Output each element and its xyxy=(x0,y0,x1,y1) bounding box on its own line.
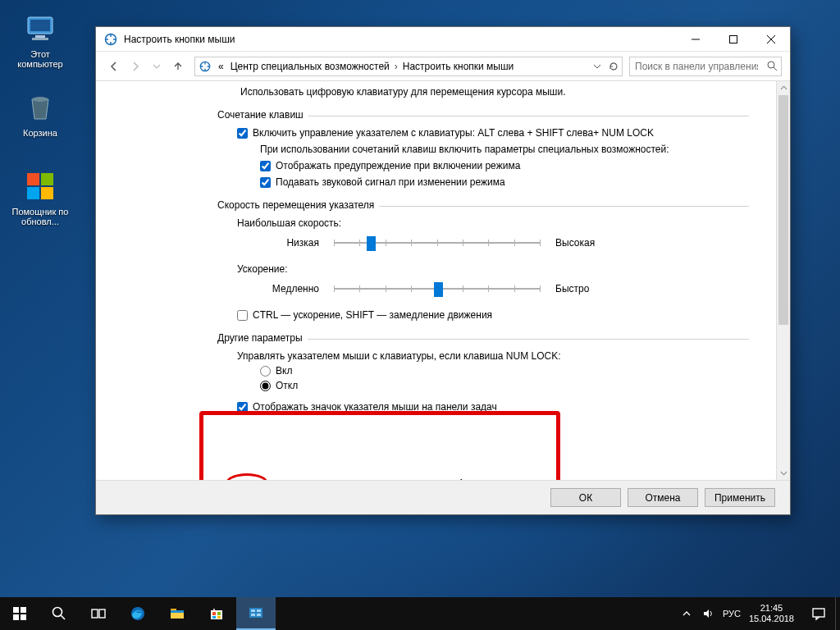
max-speed-label: Наибольшая скорость: xyxy=(237,217,774,229)
forward-button[interactable] xyxy=(126,57,145,76)
action-center-button[interactable] xyxy=(802,597,835,630)
radio-input[interactable] xyxy=(260,381,271,391)
checkbox-label: Подавать звуковой сигнал при изменении р… xyxy=(276,176,505,188)
slider-thumb[interactable] xyxy=(367,236,376,251)
search-input[interactable] xyxy=(630,61,763,72)
dialog-buttons: ОК Отмена Применить xyxy=(96,480,790,514)
titlebar[interactable]: Настроить кнопки мыши xyxy=(96,27,790,52)
radio-label: Откл xyxy=(276,380,298,391)
chevron-right-icon[interactable]: › xyxy=(393,61,399,72)
language-indicator[interactable]: РУС xyxy=(723,609,741,619)
svg-point-21 xyxy=(53,608,62,617)
search-icon[interactable] xyxy=(763,57,781,75)
slider-thumb[interactable] xyxy=(434,282,443,297)
refresh-button[interactable] xyxy=(605,57,622,75)
search-box[interactable] xyxy=(629,57,782,76)
svg-rect-18 xyxy=(21,607,26,613)
checkbox-show-tray-icon[interactable]: Отображать значок указателя мыши на пане… xyxy=(237,401,774,413)
checkbox-input[interactable] xyxy=(237,310,248,321)
slider-high-label: Высокая xyxy=(555,237,608,249)
svg-rect-30 xyxy=(212,612,216,615)
breadcrumb-current[interactable]: Настроить кнопки мыши xyxy=(399,61,518,72)
tray-overflow-icon[interactable] xyxy=(680,607,693,620)
checkbox-enable-mousekeys[interactable]: Включить управление указателем с клавиат… xyxy=(237,127,774,139)
desktop-icon-recycle[interactable]: Корзина xyxy=(8,90,72,138)
checkbox-ctrl-shift[interactable]: CTRL — ускорение, SHIFT — замедление дви… xyxy=(237,309,774,321)
svg-rect-19 xyxy=(13,614,19,620)
taskbar-app-control-panel[interactable] xyxy=(236,597,276,630)
vertical-scrollbar[interactable] xyxy=(776,81,790,480)
svg-rect-24 xyxy=(99,609,105,618)
checkbox-input[interactable] xyxy=(237,402,248,413)
group-shortcut: Сочетание клавиш Включить управление ука… xyxy=(217,109,774,188)
ok-button[interactable]: ОК xyxy=(550,488,621,507)
scroll-up-button[interactable] xyxy=(777,81,790,95)
clock[interactable]: 21:45 15.04.2018 xyxy=(749,603,794,624)
svg-rect-37 xyxy=(251,614,255,616)
group-title: Другие параметры xyxy=(217,332,308,344)
svg-rect-5 xyxy=(27,173,39,185)
desktop-icon-label: Помощник по обновл... xyxy=(8,207,72,226)
task-view-button[interactable] xyxy=(79,597,118,630)
search-button[interactable] xyxy=(39,597,79,630)
back-button[interactable] xyxy=(104,57,124,76)
breadcrumb-parent[interactable]: Центр специальных возможностей xyxy=(227,61,393,72)
group-title: Сочетание клавиш xyxy=(217,109,308,121)
up-button[interactable] xyxy=(168,57,188,76)
checkbox-label: Отображать предупреждение при включении … xyxy=(276,160,520,171)
svg-line-16 xyxy=(774,67,777,71)
address-dropdown[interactable] xyxy=(589,57,605,75)
checkbox-play-sound[interactable]: Подавать звуковой сигнал при изменении р… xyxy=(260,176,774,188)
checkbox-input[interactable] xyxy=(237,128,248,139)
group-title: Скорость перемещения указателя xyxy=(217,199,379,211)
svg-rect-8 xyxy=(41,187,53,199)
scroll-down-button[interactable] xyxy=(777,466,790,480)
intro-text: Использовать цифровую клавиатуру для пер… xyxy=(240,86,774,98)
checkbox-show-warning[interactable]: Отображать предупреждение при включении … xyxy=(260,160,774,171)
desktop-icon-update-helper[interactable]: Помощник по обновл... xyxy=(8,169,72,226)
computer-icon xyxy=(23,11,57,46)
ease-of-access-icon xyxy=(104,33,117,46)
svg-rect-3 xyxy=(32,38,48,40)
desktop-icon-computer[interactable]: Этот компьютер xyxy=(8,11,72,69)
svg-rect-7 xyxy=(27,187,39,199)
svg-rect-34 xyxy=(249,608,262,618)
radio-numlock-on[interactable]: Вкл xyxy=(260,365,774,377)
svg-rect-2 xyxy=(35,35,45,38)
minimize-button[interactable] xyxy=(677,27,714,52)
address-bar[interactable]: « Центр специальных возможностей › Настр… xyxy=(194,57,623,76)
navigation-bar: « Центр специальных возможностей › Настр… xyxy=(96,52,790,81)
annotation-red-oval xyxy=(226,473,268,480)
accel-slider[interactable] xyxy=(334,280,541,298)
window-title: Настроить кнопки мыши xyxy=(124,34,677,45)
svg-rect-38 xyxy=(257,614,261,616)
max-speed-slider[interactable] xyxy=(334,234,541,252)
breadcrumb-prefix[interactable]: « xyxy=(215,61,227,72)
volume-icon[interactable] xyxy=(701,607,714,620)
scroll-thumb[interactable] xyxy=(778,95,788,325)
taskbar-app-explorer[interactable] xyxy=(158,597,197,630)
checkbox-input[interactable] xyxy=(260,161,271,171)
taskbar-app-edge[interactable] xyxy=(118,597,158,630)
sub-intro-text: При использовании сочетаний клавиш включ… xyxy=(260,144,774,155)
show-desktop-button[interactable] xyxy=(835,597,840,630)
recent-dropdown[interactable] xyxy=(147,57,167,76)
radio-input[interactable] xyxy=(260,366,271,377)
cancel-button[interactable]: Отмена xyxy=(628,488,698,507)
checkbox-input[interactable] xyxy=(260,177,271,188)
start-button[interactable] xyxy=(0,597,39,630)
taskbar[interactable]: РУС 21:45 15.04.2018 xyxy=(0,597,840,630)
apply-button[interactable]: Применить xyxy=(705,488,775,507)
taskbar-app-store[interactable] xyxy=(197,597,236,630)
numlock-label: Управлять указателем мыши с клавиатуры, … xyxy=(237,350,774,362)
radio-numlock-off[interactable]: Откл xyxy=(260,380,774,391)
svg-rect-36 xyxy=(257,609,261,612)
system-tray: РУС 21:45 15.04.2018 xyxy=(672,597,802,630)
desktop-icon-label: Этот компьютер xyxy=(8,49,72,69)
checkbox-label: Включить управление указателем с клавиат… xyxy=(253,127,654,139)
clock-time: 21:45 xyxy=(749,603,794,614)
maximize-button[interactable] xyxy=(714,27,752,52)
svg-rect-31 xyxy=(217,612,221,615)
svg-rect-11 xyxy=(730,35,737,43)
close-button[interactable] xyxy=(752,27,790,52)
